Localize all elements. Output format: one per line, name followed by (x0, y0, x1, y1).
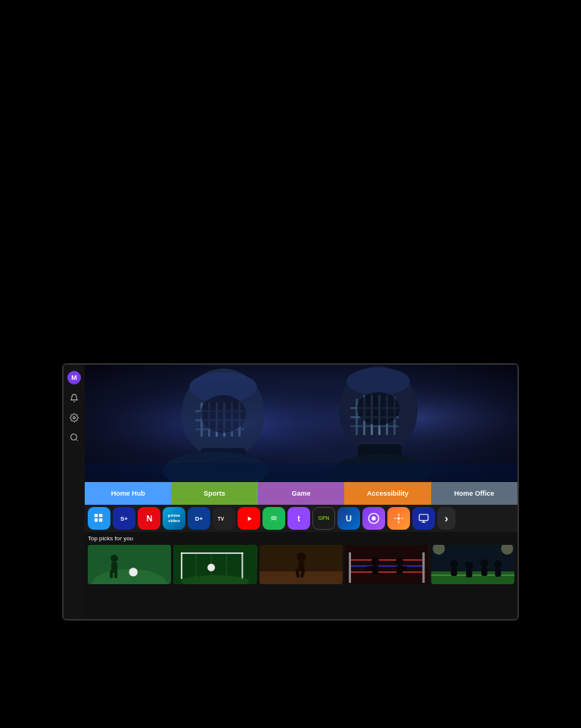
apple-tv-app[interactable]: TV (213, 507, 235, 530)
user-avatar[interactable]: M (67, 371, 81, 384)
svg-rect-47 (419, 515, 428, 521)
top-picks-label: Top picks for you (88, 535, 514, 542)
svg-point-66 (208, 564, 216, 571)
svg-line-2 (76, 439, 77, 440)
svg-point-92 (465, 562, 473, 569)
disney-plus-app[interactable]: D+ (188, 507, 210, 530)
svg-point-45 (371, 516, 375, 520)
picks-row (88, 545, 514, 584)
svg-rect-35 (85, 463, 517, 482)
svg-rect-97 (495, 568, 501, 577)
youtube-app[interactable] (238, 507, 260, 530)
svg-point-1 (71, 434, 77, 440)
svg-rect-93 (466, 569, 472, 577)
svg-rect-80 (423, 552, 425, 583)
svg-rect-88 (431, 571, 514, 584)
pick-item-2[interactable] (173, 545, 256, 584)
apps-row: S+ N prime video D+ TV (85, 505, 517, 532)
more-apps-button[interactable]: › (437, 507, 455, 530)
svg-point-0 (73, 417, 76, 419)
tab-home-office[interactable]: Home Office (431, 482, 517, 505)
tab-accessibility[interactable]: Accessibility (344, 482, 430, 505)
ubisoft-app[interactable]: U (337, 507, 360, 530)
svg-point-52 (110, 555, 118, 562)
svg-rect-36 (95, 514, 98, 517)
pick-item-1[interactable] (88, 545, 171, 584)
svg-rect-59 (181, 552, 182, 579)
svg-rect-37 (99, 514, 102, 517)
svg-rect-86 (399, 566, 407, 571)
svg-rect-79 (349, 552, 351, 583)
svg-point-46 (397, 517, 400, 520)
svg-rect-38 (95, 518, 98, 521)
svg-rect-54 (110, 571, 113, 578)
twitch-app[interactable]: t (287, 507, 310, 530)
category-tabs: Home Hub Sports Game Accessibility Home … (85, 482, 517, 505)
geforce-now-app[interactable]: GFN (312, 507, 335, 530)
pick-item-5[interactable] (431, 545, 514, 584)
svg-text:TV: TV (218, 516, 225, 521)
tab-game[interactable]: Game (258, 482, 344, 505)
samsung-remote-app[interactable] (412, 507, 435, 530)
top-picks-section: Top picks for you (85, 532, 517, 619)
svg-rect-60 (242, 552, 244, 579)
prime-video-app[interactable]: prime video (163, 507, 185, 530)
settings-icon[interactable] (68, 412, 80, 424)
svg-point-94 (480, 559, 488, 567)
svg-point-96 (494, 561, 502, 568)
spotify-app[interactable] (263, 507, 285, 530)
tv-screen: M (62, 363, 519, 621)
search-icon[interactable] (68, 431, 80, 443)
pick-item-4[interactable] (345, 545, 428, 584)
svg-rect-91 (451, 568, 457, 576)
tab-home-hub[interactable]: Home Hub (85, 482, 171, 505)
smartthings-app[interactable] (387, 507, 410, 530)
svg-rect-39 (99, 518, 102, 521)
main-content: Home Hub Sports Game Accessibility Home … (85, 365, 517, 619)
svg-point-90 (450, 560, 458, 568)
notification-icon[interactable] (68, 392, 80, 404)
svg-rect-83 (366, 566, 374, 571)
apps-grid-button[interactable] (88, 507, 110, 530)
pick-item-3[interactable] (259, 545, 343, 584)
galaxy-store-app[interactable] (362, 507, 385, 530)
tab-sports[interactable]: Sports (171, 482, 257, 505)
svg-point-81 (371, 558, 379, 565)
svg-point-43 (269, 514, 279, 524)
svg-rect-75 (345, 545, 428, 584)
svg-rect-55 (114, 571, 117, 578)
svg-rect-95 (481, 567, 487, 576)
svg-rect-61 (181, 552, 243, 554)
sidebar: M (64, 365, 85, 619)
hero-banner (85, 365, 517, 482)
svg-point-84 (396, 558, 403, 565)
netflix-app[interactable]: N (138, 507, 160, 530)
samsung-plus-app[interactable]: S+ (113, 507, 135, 530)
svg-point-70 (297, 552, 306, 562)
